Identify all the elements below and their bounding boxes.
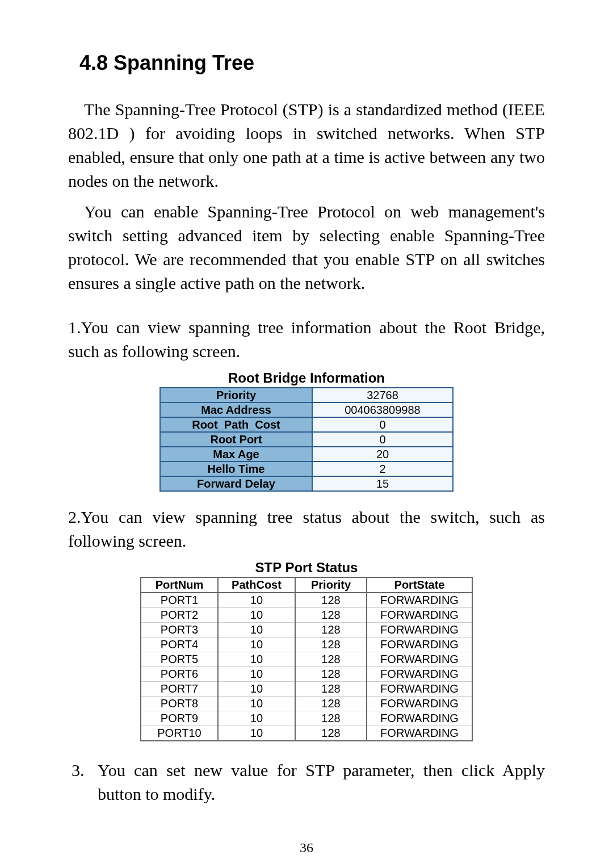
port-cell-pathcost: 10 — [218, 682, 295, 697]
table-row: PORT210128FORWARDING — [141, 608, 472, 623]
root-row-label: Hello Time — [160, 462, 312, 476]
port-cell-portstate: FORWARDING — [367, 638, 472, 652]
port-cell-pathcost: 10 — [218, 593, 295, 608]
root-row-value: 2 — [312, 462, 453, 476]
port-cell-portnum: PORT10 — [141, 726, 218, 741]
table-row: Hello Time2 — [160, 462, 453, 476]
col-header-portnum: PortNum — [141, 577, 218, 593]
port-cell-pathcost: 10 — [218, 652, 295, 667]
port-cell-pathcost: 10 — [218, 638, 295, 652]
col-header-pathcost: PathCost — [218, 577, 295, 593]
root-row-value: 0 — [312, 432, 453, 447]
stp-port-caption: STP Port Status — [68, 560, 545, 576]
root-bridge-caption: Root Bridge Information — [68, 370, 545, 386]
table-row: PORT810128FORWARDING — [141, 697, 472, 711]
port-cell-portnum: PORT5 — [141, 652, 218, 667]
table-row: Priority32768 — [160, 388, 453, 402]
step-3-number: 3. — [68, 758, 98, 806]
port-cell-priority: 128 — [295, 682, 367, 697]
table-row: Max Age20 — [160, 447, 453, 462]
port-cell-priority: 128 — [295, 697, 367, 711]
port-cell-priority: 128 — [295, 726, 367, 741]
step-3-text: You can set new value for STP parameter,… — [98, 758, 545, 806]
port-cell-portstate: FORWARDING — [367, 608, 472, 623]
port-cell-portnum: PORT9 — [141, 711, 218, 726]
section-heading: 4.8 Spanning Tree — [79, 51, 545, 75]
table-header-row: PortNum PathCost Priority PortState — [141, 577, 472, 593]
step-3: 3. You can set new value for STP paramet… — [68, 758, 545, 806]
port-cell-pathcost: 10 — [218, 711, 295, 726]
root-row-value: 0 — [312, 417, 453, 432]
port-cell-portstate: FORWARDING — [367, 726, 472, 741]
intro-paragraph-1: The Spanning-Tree Protocol (STP) is a st… — [68, 98, 545, 193]
step-1-text: 1.You can view spanning tree information… — [68, 316, 545, 363]
table-row: Root Port0 — [160, 432, 453, 447]
intro-paragraph-2: You can enable Spanning-Tree Protocol on… — [68, 200, 545, 295]
port-cell-priority: 128 — [295, 652, 367, 667]
port-cell-priority: 128 — [295, 608, 367, 623]
port-cell-portnum: PORT7 — [141, 682, 218, 697]
root-row-label: Mac Address — [160, 402, 312, 417]
port-cell-portnum: PORT6 — [141, 667, 218, 682]
port-cell-priority: 128 — [295, 711, 367, 726]
root-row-label: Forward Delay — [160, 476, 312, 491]
port-cell-portstate: FORWARDING — [367, 682, 472, 697]
port-cell-priority: 128 — [295, 593, 367, 608]
port-cell-priority: 128 — [295, 623, 367, 638]
port-cell-priority: 128 — [295, 667, 367, 682]
col-header-portstate: PortState — [367, 577, 472, 593]
table-row: PORT410128FORWARDING — [141, 638, 472, 652]
port-cell-portstate: FORWARDING — [367, 593, 472, 608]
port-cell-pathcost: 10 — [218, 697, 295, 711]
port-cell-priority: 128 — [295, 638, 367, 652]
port-cell-pathcost: 10 — [218, 623, 295, 638]
table-row: Forward Delay15 — [160, 476, 453, 491]
table-row: Root_Path_Cost0 — [160, 417, 453, 432]
table-row: Mac Address004063809988 — [160, 402, 453, 417]
document-page: 4.8 Spanning Tree The Spanning-Tree Prot… — [0, 0, 613, 868]
table-row: PORT510128FORWARDING — [141, 652, 472, 667]
root-row-label: Root_Path_Cost — [160, 417, 312, 432]
port-cell-portstate: FORWARDING — [367, 667, 472, 682]
step-2-text: 2.You can view spanning tree status abou… — [68, 505, 545, 553]
stp-port-table: PortNum PathCost Priority PortState PORT… — [140, 577, 473, 741]
port-cell-portnum: PORT8 — [141, 697, 218, 711]
table-row: PORT710128FORWARDING — [141, 682, 472, 697]
table-row: PORT1010128FORWARDING — [141, 726, 472, 741]
root-row-label: Max Age — [160, 447, 312, 462]
port-cell-portstate: FORWARDING — [367, 652, 472, 667]
port-cell-portstate: FORWARDING — [367, 623, 472, 638]
port-cell-pathcost: 10 — [218, 608, 295, 623]
port-cell-portstate: FORWARDING — [367, 697, 472, 711]
root-row-value: 20 — [312, 447, 453, 462]
port-cell-portnum: PORT3 — [141, 623, 218, 638]
root-row-label: Root Port — [160, 432, 312, 447]
table-row: PORT310128FORWARDING — [141, 623, 472, 638]
table-row: PORT910128FORWARDING — [141, 711, 472, 726]
port-cell-pathcost: 10 — [218, 726, 295, 741]
port-cell-portnum: PORT2 — [141, 608, 218, 623]
table-row: PORT110128FORWARDING — [141, 593, 472, 608]
port-cell-pathcost: 10 — [218, 667, 295, 682]
root-bridge-table: Priority32768Mac Address004063809988Root… — [159, 387, 454, 492]
root-row-value: 32768 — [312, 388, 453, 402]
root-row-value: 15 — [312, 476, 453, 491]
table-row: PORT610128FORWARDING — [141, 667, 472, 682]
page-number: 36 — [68, 840, 545, 856]
root-row-value: 004063809988 — [312, 402, 453, 417]
port-cell-portnum: PORT4 — [141, 638, 218, 652]
port-cell-portstate: FORWARDING — [367, 711, 472, 726]
col-header-priority: Priority — [295, 577, 367, 593]
port-cell-portnum: PORT1 — [141, 593, 218, 608]
root-row-label: Priority — [160, 388, 312, 402]
